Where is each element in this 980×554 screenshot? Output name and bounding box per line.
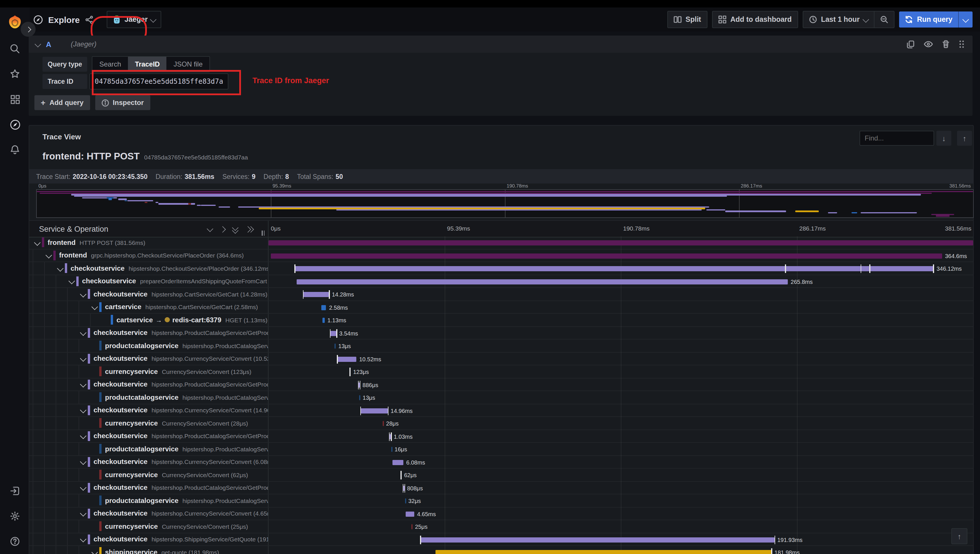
span-collapse-icon[interactable] (80, 291, 87, 298)
sign-in-icon[interactable] (0, 478, 30, 503)
span-row-checkoutservice[interactable]: checkoutservicehipstershop.CurrencyServi… (29, 507, 973, 520)
span-row-checkoutservice[interactable]: checkoutservicehipstershop.ProductCatalo… (29, 430, 973, 443)
expand-one-icon[interactable] (220, 226, 226, 232)
zoom-out-time-button[interactable] (875, 11, 894, 27)
span-duration-bar[interactable] (271, 253, 942, 258)
span-timeline-cell[interactable]: 364.6ms (269, 249, 973, 261)
span-duration-bar[interactable] (296, 279, 788, 284)
explore-nav-icon[interactable] (0, 112, 30, 137)
span-collapse-icon[interactable] (80, 330, 87, 336)
span-collapse-icon[interactable] (80, 536, 87, 543)
span-row-checkoutservice[interactable]: checkoutservicehipstershop.CurrencyServi… (29, 404, 973, 417)
delete-query-icon[interactable] (942, 40, 950, 48)
span-collapse-icon[interactable] (80, 381, 87, 388)
span-row-checkoutservice[interactable]: checkoutservicehipstershop.ProductCatalo… (29, 481, 973, 494)
inspector-button[interactable]: Inspector (95, 95, 150, 110)
span-duration-bar[interactable] (406, 511, 414, 516)
span-duration-bar[interactable] (330, 331, 336, 336)
span-row-currencyservice[interactable]: currencyserviceCurrencyService/Convert (… (29, 365, 973, 378)
collapse-all-icon[interactable] (233, 225, 237, 232)
span-collapse-icon[interactable] (46, 252, 52, 259)
span-duration-bar[interactable] (322, 318, 325, 323)
span-duration-bar[interactable] (360, 408, 387, 413)
span-duration-bar[interactable] (335, 344, 336, 349)
span-duration-bar[interactable] (337, 357, 356, 361)
span-row-checkoutservice[interactable]: checkoutservicehipstershop.CurrencyServi… (29, 352, 973, 365)
collapse-query-icon[interactable] (35, 41, 41, 48)
span-collapse-icon[interactable] (80, 433, 87, 439)
find-prev-button[interactable]: ↑ (957, 131, 972, 146)
span-duration-bar[interactable] (412, 524, 413, 529)
span-timeline-cell[interactable]: 14.96ms (269, 404, 973, 416)
span-row-productcatalogservice[interactable]: productcatalogservicehipstershop.Product… (29, 391, 973, 404)
starred-icon[interactable] (0, 61, 30, 87)
span-collapse-icon[interactable] (34, 239, 41, 246)
span-row-currencyservice[interactable]: currencyserviceCurrencyService/Convert (… (29, 417, 973, 430)
span-duration-bar[interactable] (391, 447, 392, 452)
span-timeline-cell[interactable]: 2.58ms (269, 301, 973, 313)
span-timeline-cell[interactable]: 16μs (269, 443, 973, 455)
drag-handle-icon[interactable] (959, 40, 964, 48)
span-row-productcatalogservice[interactable]: productcatalogservicehipstershop.Product… (29, 494, 973, 507)
help-icon[interactable] (0, 529, 30, 554)
span-collapse-icon[interactable] (80, 484, 87, 491)
run-query-button[interactable]: Run query (899, 11, 972, 27)
span-timeline-cell[interactable]: 10.52ms (269, 352, 973, 365)
span-duration-bar[interactable] (383, 421, 384, 426)
span-duration-bar[interactable] (392, 460, 403, 465)
add-to-dashboard-button[interactable]: Add to dashboard (712, 11, 798, 28)
span-timeline-cell[interactable]: 1.03ms (269, 430, 973, 442)
span-duration-bar[interactable] (295, 266, 934, 271)
span-row-productcatalogservice[interactable]: productcatalogservicehipstershop.Product… (29, 443, 973, 456)
span-row-productcatalogservice[interactable]: productcatalogservicehipstershop.Product… (29, 339, 973, 352)
datasource-picker[interactable]: Jaeger (107, 11, 161, 28)
span-collapse-icon[interactable] (57, 265, 64, 272)
span-row-cartservice[interactable]: cartservicehipstershop.CartService/GetCa… (29, 301, 973, 314)
span-row-cartservice[interactable]: cartservice→redis-cart:6379HGET (1.13ms)… (29, 314, 973, 326)
dashboards-icon[interactable] (0, 87, 30, 112)
find-input[interactable] (859, 131, 934, 146)
duplicate-query-icon[interactable] (907, 40, 915, 48)
span-collapse-icon[interactable] (80, 458, 87, 465)
split-button[interactable]: Split (667, 11, 708, 28)
span-row-shippingservice[interactable]: shippingserviceget-quote (181.98ms)181.9… (29, 546, 973, 554)
span-timeline-cell[interactable]: 13μs (269, 339, 973, 352)
span-row-checkoutservice[interactable]: checkoutservicehipstershop.CartService/G… (29, 288, 973, 301)
scroll-to-top-button[interactable]: ↑ (951, 528, 967, 544)
span-timeline-cell[interactable]: 25μs (269, 520, 973, 532)
span-timeline-cell[interactable]: 191.93ms (269, 533, 973, 545)
span-timeline-cell[interactable]: 4.65ms (269, 507, 973, 520)
run-query-dropdown[interactable] (959, 11, 972, 27)
span-timeline-cell[interactable]: 14.28ms (269, 288, 973, 300)
span-row-checkoutservice[interactable]: checkoutservicehipstershop.ProductCatalo… (29, 326, 973, 339)
query-type-tab-json-file[interactable]: JSON file (167, 57, 209, 72)
time-range-button[interactable]: Last 1 hour (803, 11, 874, 27)
span-timeline-cell[interactable]: 346.12ms (269, 262, 973, 274)
share-icon[interactable] (85, 15, 94, 24)
query-ref-id[interactable]: A (46, 40, 51, 48)
trace-minimap[interactable] (36, 189, 974, 218)
span-timeline-cell[interactable]: 6.08ms (269, 456, 973, 468)
span-timeline-cell[interactable]: 123μs (269, 365, 973, 378)
query-type-tab-traceid[interactable]: TraceID (128, 57, 167, 72)
find-next-button[interactable]: ↓ (936, 131, 951, 146)
span-collapse-icon[interactable] (91, 549, 98, 554)
span-duration-bar[interactable] (321, 305, 326, 310)
expand-all-icon[interactable] (245, 226, 253, 231)
toggle-visibility-icon[interactable] (924, 41, 933, 48)
collapse-one-icon[interactable] (207, 226, 214, 232)
add-query-button[interactable]: + Add query (34, 95, 90, 110)
span-row-frontend[interactable]: frontendHTTP POST (381.56ms) (29, 236, 973, 249)
span-row-checkoutservice[interactable]: checkoutservicehipstershop.ProductCatalo… (29, 378, 973, 391)
span-collapse-icon[interactable] (80, 355, 87, 362)
span-duration-bar[interactable] (435, 550, 772, 554)
span-collapse-icon[interactable] (69, 278, 75, 285)
span-timeline-cell[interactable]: 808μs (269, 481, 973, 494)
span-timeline-cell[interactable]: 181.98ms (269, 546, 973, 554)
span-row-checkoutservice[interactable]: checkoutservicehipstershop.CheckoutServi… (29, 262, 973, 275)
span-row-frontend[interactable]: frontendgrpc.hipstershop.CheckoutService… (29, 249, 973, 262)
sidebar-expand-button[interactable] (21, 22, 35, 37)
span-duration-bar[interactable] (269, 240, 973, 245)
alerting-bell-icon[interactable] (0, 137, 30, 162)
span-row-currencyservice[interactable]: currencyserviceCurrencyService/Convert (… (29, 520, 973, 533)
